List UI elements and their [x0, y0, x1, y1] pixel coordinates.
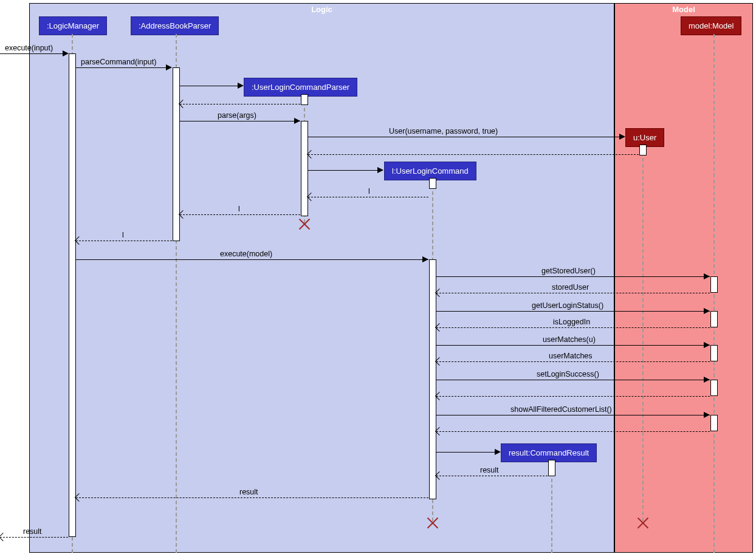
line-ret-l2b: [76, 241, 172, 241]
activation-model-1: [710, 276, 718, 293]
lifeline-user: [642, 146, 644, 521]
arrow-execute-model: [422, 256, 428, 262]
line-set-login-ret: [436, 396, 710, 397]
activation-ulcp-create: [301, 94, 308, 105]
container-model: Model: [614, 3, 753, 553]
msg-result-ret1: result: [480, 466, 499, 474]
arrow-create-ulcp: [238, 83, 244, 89]
line-user-ctor: [308, 137, 624, 137]
msg-get-login-status: getUserLoginStatus(): [532, 301, 603, 310]
line-is-logged-in: [436, 327, 710, 328]
line-user-ret: [308, 154, 639, 155]
activation-logic-manager: [69, 53, 76, 537]
line-result-ret3: [0, 537, 68, 538]
destroy-ulcp: [297, 216, 312, 231]
line-show-filtered: [436, 415, 710, 415]
line-user-matches-ret: [436, 361, 710, 362]
msg-is-logged-in: isLoggedIn: [553, 318, 590, 326]
line-get-stored-user: [436, 276, 710, 277]
line-user-matches: [436, 345, 710, 346]
activation-ulc-create: [429, 178, 436, 189]
participant-model: model:Model: [681, 16, 741, 35]
line-create-ulc: [308, 170, 383, 171]
line-execute-input: [0, 53, 67, 54]
lifeline-model: [713, 34, 715, 553]
msg-get-stored-user: getStoredUser(): [541, 267, 596, 275]
sequence-diagram: Logic Model :LogicManager :AddressBookPa…: [0, 0, 756, 557]
arrow-user-ctor: [619, 134, 625, 140]
msg-user-matches: userMatches(u): [543, 335, 596, 344]
msg-user-matches-ret: userMatches: [549, 352, 593, 360]
container-model-label: Model: [672, 5, 695, 14]
arrow-result-ret3: [0, 533, 7, 541]
destroy-ulc: [425, 515, 440, 530]
arrow-set-login: [704, 377, 710, 383]
msg-parse-args: parse(args): [218, 111, 256, 120]
msg-ret-l2: l: [238, 205, 240, 213]
line-set-login: [436, 380, 710, 380]
msg-set-login: setLoginSuccess(): [537, 370, 599, 378]
line-ret-l1: [308, 197, 428, 197]
msg-execute-input: execute(input): [5, 44, 53, 52]
msg-execute-model: execute(model): [220, 250, 272, 258]
arrow-user-matches: [704, 342, 710, 348]
line-result-ret1: [436, 476, 548, 476]
container-logic-label: Logic: [311, 5, 332, 14]
msg-result-ret3: result: [23, 527, 42, 536]
msg-ret-l2b: l: [122, 231, 124, 239]
line-create-cr: [436, 452, 500, 453]
line-execute-model: [76, 259, 428, 260]
arrow-create-ulc: [377, 167, 383, 173]
arrow-show-filtered: [704, 412, 710, 418]
line-create-ulcp: [180, 86, 242, 86]
arrow-parse-command: [166, 64, 172, 70]
activation-user: [639, 145, 647, 155]
line-get-login-status: [436, 311, 710, 312]
arrow-get-login-status: [704, 308, 710, 314]
line-parse-args: [180, 121, 300, 121]
arrow-get-stored-user: [704, 273, 710, 279]
activation-model-4: [710, 380, 718, 396]
line-ret-ulcp: [180, 104, 300, 104]
msg-result-ret2: result: [239, 488, 258, 496]
activation-ulc-exec: [429, 259, 436, 499]
line-stored-user: [436, 293, 710, 293]
arrow-create-cr: [495, 449, 501, 455]
activation-model-2: [710, 311, 718, 327]
activation-cr: [548, 460, 555, 476]
destroy-user: [636, 515, 650, 530]
line-show-filtered-ret: [436, 431, 710, 432]
arrow-parse-args: [294, 118, 300, 124]
activation-model-3: [710, 345, 718, 361]
msg-parse-command: parseCommand(input): [81, 58, 156, 66]
msg-user-ctor: User(username, password, true): [389, 127, 498, 135]
activation-ulcp-parse: [301, 121, 308, 216]
participant-logic-manager: :LogicManager: [39, 16, 107, 35]
msg-ret-l1: l: [368, 187, 370, 196]
activation-model-5: [710, 415, 718, 431]
arrow-execute-input: [63, 50, 69, 56]
line-result-ret2: [76, 497, 428, 498]
msg-show-filtered: showAllFilteredCustomerList(): [510, 405, 612, 414]
participant-address-book-parser: :AddressBookParser: [131, 16, 219, 35]
line-ret-l2a: [180, 214, 300, 215]
msg-stored-user: storedUser: [552, 283, 589, 292]
line-parse-command: [76, 67, 170, 68]
